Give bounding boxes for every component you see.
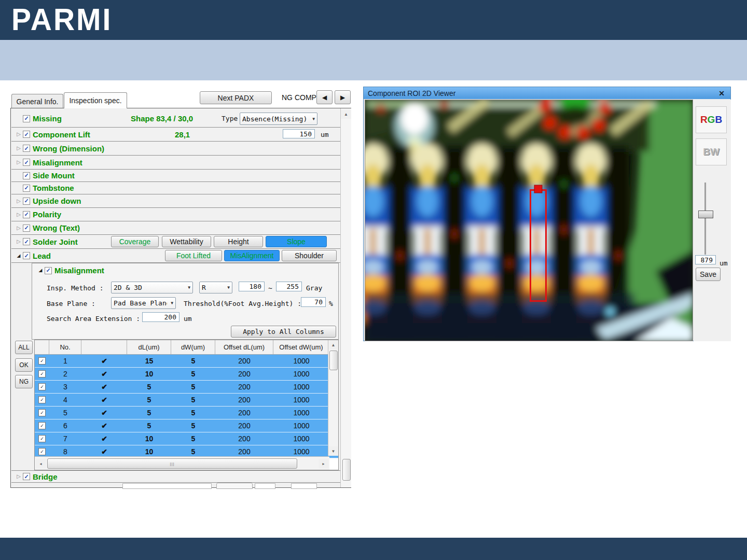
scroll-left-icon[interactable]: ◂ (36, 459, 46, 468)
row-component-lift[interactable]: ▷ ✓ Component Lift 28,1 um (11, 128, 340, 142)
polarity-expander[interactable]: ▷ (15, 212, 23, 217)
misalignment-expander[interactable]: ▷ (15, 160, 23, 165)
table-row[interactable]: ✓ 7 ✔ 10 5 200 1000 (35, 432, 338, 445)
row-polarity[interactable]: ▷ ✓ Polarity (11, 208, 340, 221)
bridge-checkbox[interactable]: ✓ (23, 473, 30, 480)
row-wrong-text[interactable]: ▷ ✓ Wrong (Text) (11, 221, 340, 235)
upside-down-checkbox[interactable]: ✓ (23, 198, 30, 205)
row-solder-joint[interactable]: ▷ ✓ Solder Joint Coverage Wettability He… (11, 235, 340, 249)
row-upside-down[interactable]: ▷ ✓ Upside down (11, 194, 340, 208)
table-row[interactable]: ✓ 4 ✔ 5 5 200 1000 (35, 394, 338, 407)
row-checkbox[interactable]: ✓ (38, 383, 46, 390)
row-lead[interactable]: ◢ ✓ Lead Foot Lifted MisAlignment Should… (11, 249, 340, 263)
row-tombstone[interactable]: ✓ Tombstone (11, 182, 340, 194)
scroll-up-icon[interactable]: ▲ (341, 109, 351, 119)
search-area-label: Search Area Extension : (47, 315, 140, 323)
apply-to-all-columns-button[interactable]: Apply to All Columns (231, 326, 336, 338)
bw-mode-button[interactable]: BW (696, 138, 727, 165)
viewer-title-bar[interactable]: Component ROI 2D Viewer ✕ (364, 87, 730, 99)
row-side-mount[interactable]: ✓ Side Mount (11, 170, 340, 182)
scroll-up-icon[interactable]: ▲ (328, 340, 338, 349)
lead-checkbox[interactable]: ✓ (23, 252, 30, 259)
row-checkbox[interactable]: ✓ (38, 357, 46, 365)
wettability-button[interactable]: Wettability (162, 236, 211, 247)
wrong-dimension-expander[interactable]: ▷ (15, 146, 23, 151)
misalignment-checkbox[interactable]: ✓ (23, 159, 30, 166)
threshold-input[interactable] (301, 297, 326, 307)
polarity-checkbox[interactable]: ✓ (23, 211, 30, 218)
upside-down-expander[interactable]: ▷ (15, 199, 23, 204)
depth-slider-handle[interactable] (698, 211, 713, 218)
save-button[interactable]: Save (696, 268, 721, 281)
row-checkbox[interactable]: ✓ (38, 435, 46, 442)
tab-inspection-spec[interactable]: Inspection spec. (64, 92, 127, 108)
foot-lifted-button[interactable]: Foot Lifted (165, 250, 222, 261)
next-padx-button[interactable]: Next PADX (200, 91, 272, 104)
depth-slider-track[interactable] (704, 183, 707, 255)
wrong-text-checkbox[interactable]: ✓ (23, 225, 30, 232)
channel-dropdown[interactable]: R ▼ (199, 282, 232, 293)
cell-dw: 5 (171, 407, 215, 419)
table-hscroll-thumb[interactable]: ||| (47, 458, 297, 469)
ng-comp-prev-button[interactable]: ◀ (316, 90, 333, 104)
gray-to-input[interactable] (276, 282, 302, 291)
shoulder-button[interactable]: Shoulder (282, 250, 337, 261)
bridge-expander[interactable]: ▷ (15, 474, 23, 479)
cell-offset-dw: 1000 (273, 407, 329, 419)
row-checkbox[interactable]: ✓ (38, 370, 46, 377)
row-checkbox[interactable]: ✓ (38, 448, 46, 455)
group-misalignment-checkbox[interactable]: ✓ (45, 267, 52, 274)
solder-joint-expander[interactable]: ▷ (15, 239, 23, 244)
select-ok-button[interactable]: OK (15, 358, 33, 372)
row-wrong-dimension[interactable]: ▷ ✓ Wrong (Dimension) (11, 142, 340, 156)
coverage-button[interactable]: Coverage (111, 236, 159, 247)
search-area-input[interactable] (142, 312, 179, 322)
select-all-button[interactable]: ALL (15, 341, 33, 354)
depth-value-input[interactable] (695, 255, 716, 264)
tombstone-checkbox[interactable]: ✓ (23, 185, 30, 192)
row-bridge[interactable]: ▷ ✓ Bridge (11, 470, 340, 483)
gray-from-input[interactable] (239, 282, 265, 291)
side-mount-checkbox[interactable]: ✓ (23, 172, 30, 179)
missing-type-dropdown[interactable]: Absence(Missing) ▼ (240, 113, 317, 125)
roi-image[interactable] (365, 100, 693, 341)
component-lift-checkbox[interactable]: ✓ (23, 131, 30, 138)
misalignment-button[interactable]: MisAlignment (224, 250, 280, 261)
solder-joint-checkbox[interactable]: ✓ (23, 238, 30, 245)
lead-expander[interactable]: ◢ (15, 254, 23, 258)
insp-method-dropdown[interactable]: 2D & 3D ▼ (111, 282, 193, 293)
table-row[interactable]: ✓ 5 ✔ 5 5 200 1000 (35, 407, 338, 419)
component-lift-input[interactable] (283, 129, 315, 138)
table-vertical-scrollbar[interactable]: ▲ ▼ (328, 340, 338, 456)
cell-no: 3 (49, 381, 81, 393)
select-ng-button[interactable]: NG (15, 375, 33, 388)
panel-vscroll-thumb[interactable] (342, 459, 351, 481)
row-checkbox[interactable]: ✓ (38, 396, 46, 403)
scroll-right-icon[interactable]: ▸ (319, 459, 328, 468)
panel-vertical-scrollbar[interactable]: ▲ (340, 108, 351, 487)
wrong-text-expander[interactable]: ▷ (15, 226, 23, 231)
table-row[interactable]: ✓ 3 ✔ 5 5 200 1000 (35, 381, 338, 394)
tab-general-info[interactable]: General Info. (11, 94, 63, 108)
row-checkbox[interactable]: ✓ (38, 409, 46, 416)
table-row[interactable]: ✓ 6 ✔ 5 5 200 1000 (35, 419, 338, 432)
ng-comp-next-button[interactable]: ▶ (335, 90, 351, 104)
table-row[interactable]: ✓ 2 ✔ 10 5 200 1000 (35, 368, 338, 381)
wrong-dimension-checkbox[interactable]: ✓ (23, 145, 30, 152)
slope-button[interactable]: Slope (266, 236, 327, 247)
group-expander[interactable]: ◢ (36, 268, 45, 273)
row-checkbox[interactable]: ✓ (38, 422, 46, 429)
row-missing[interactable]: ✓ Missing Shape 83,4 / 30,0 Type Absence… (11, 110, 340, 128)
base-plane-dropdown[interactable]: Pad Base Plane ▼ (111, 297, 176, 309)
height-button[interactable]: Height (214, 236, 263, 247)
row-misalignment[interactable]: ▷ ✓ Misalignment (11, 156, 340, 170)
threshold-unit: % (329, 300, 333, 307)
component-lift-expander[interactable]: ▷ (15, 132, 23, 137)
table-horizontal-scrollbar[interactable]: ◂ ||| ▸ (35, 456, 329, 470)
scroll-down-icon[interactable]: ▼ (328, 446, 338, 456)
close-icon[interactable]: ✕ (717, 89, 726, 97)
missing-checkbox[interactable]: ✓ (23, 115, 30, 122)
table-row[interactable]: ✓ 1 ✔ 15 5 200 1000 (35, 355, 338, 368)
rgb-mode-button[interactable]: RGB (696, 106, 727, 133)
table-vscroll-thumb[interactable] (329, 351, 338, 370)
